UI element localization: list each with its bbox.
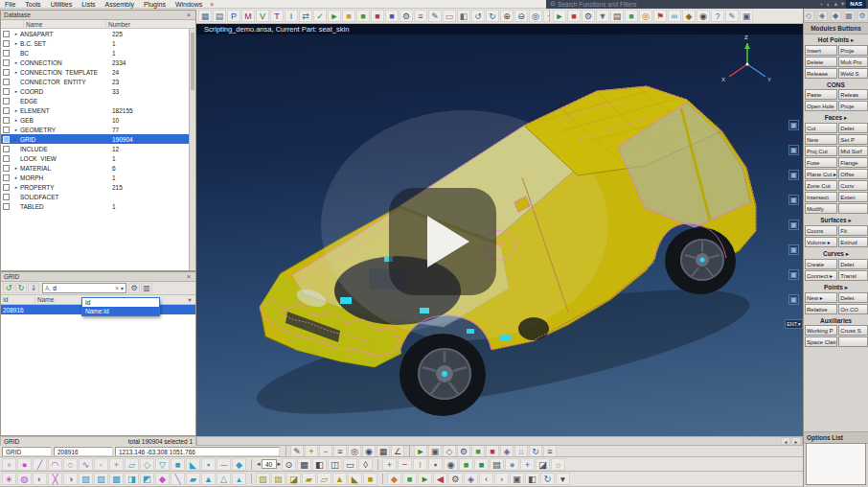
module-button[interactable]: Fuse xyxy=(805,157,837,168)
star-point-icon[interactable]: ∗ xyxy=(2,473,16,485)
pid-list-icon[interactable]: P xyxy=(227,10,240,22)
module-button[interactable]: Plane Cut ▸ xyxy=(805,169,837,179)
module-button[interactable]: Extrud xyxy=(838,237,868,247)
row-checkbox[interactable] xyxy=(3,184,10,191)
gem-icon[interactable]: ◈ xyxy=(464,473,478,485)
surface-icon[interactable]: ▱ xyxy=(125,458,139,471)
dropdown-icon[interactable]: ▾ xyxy=(556,473,570,485)
forward-icon[interactable]: ► xyxy=(418,473,432,485)
row-checkbox[interactable] xyxy=(3,174,10,181)
gear-icon[interactable]: ⚙ xyxy=(400,10,413,22)
target-icon[interactable]: ◎ xyxy=(348,446,361,457)
module-button[interactable]: Relative xyxy=(805,304,837,314)
play-icon[interactable]: ► xyxy=(414,446,427,457)
yellow-part-icon[interactable]: ■ xyxy=(342,10,355,22)
solid-yellow-icon[interactable]: ■ xyxy=(363,473,377,485)
MATERIAL[interactable]: ▸ MATERIAL 6 xyxy=(1,163,189,173)
funnel-icon[interactable]: ▼ xyxy=(596,10,609,22)
module-button[interactable]: Coons xyxy=(805,225,837,236)
LOCK_VIEW[interactable]: LOCK_VIEW 1 xyxy=(1,153,189,163)
remove-icon[interactable]: − xyxy=(319,446,332,457)
B.C. SET[interactable]: ▸ B.C. SET 1 xyxy=(1,38,189,48)
module-button[interactable]: Delet xyxy=(838,123,868,133)
module-button[interactable]: Paste xyxy=(805,89,837,100)
section-header-cons[interactable]: CONS xyxy=(804,80,868,89)
PROPERTY[interactable]: ▸ PROPERTY 215 xyxy=(1,182,189,192)
refresh-icon[interactable]: ↻ xyxy=(529,446,542,457)
add-icon[interactable]: + xyxy=(382,458,397,471)
frame-icon[interactable]: ▣ xyxy=(510,473,524,485)
module-button[interactable]: Release xyxy=(805,68,837,79)
camera-icon[interactable]: ◉ xyxy=(697,10,710,22)
TABLED[interactable]: TABLED 1 xyxy=(1,201,189,211)
GEB[interactable]: ▸ GEB 10 xyxy=(1,115,189,125)
section-header-hot-points[interactable]: Hot Points ▸ xyxy=(804,35,868,45)
module-button[interactable]: Cross S xyxy=(838,325,868,336)
hot-point-icon[interactable]: ● xyxy=(17,458,32,471)
CONNECTION[interactable]: ▸ CONNECTION 2334 xyxy=(1,58,189,67)
camera-icon[interactable]: ◉ xyxy=(444,458,458,471)
zoom-out-icon[interactable]: ⊖ xyxy=(514,10,528,22)
INCLUDE[interactable]: INCLUDE 12 xyxy=(1,144,189,153)
tri-fill-icon[interactable]: ▲ xyxy=(201,473,216,485)
checks-icon[interactable]: ✓ xyxy=(313,10,327,22)
module-button[interactable]: Exten xyxy=(838,192,868,202)
circle-icon[interactable]: ○ xyxy=(63,458,78,471)
half-square-icon[interactable]: ◧ xyxy=(525,473,539,485)
line-icon[interactable]: ╱ xyxy=(33,458,47,471)
hatch-icon[interactable]: ▧ xyxy=(79,473,93,485)
module-button[interactable]: Offse xyxy=(838,169,868,179)
row-checkbox[interactable] xyxy=(3,146,10,152)
module-button[interactable]: Space Claim xyxy=(805,336,837,347)
expand-arrow-icon[interactable]: ▸ xyxy=(12,127,20,132)
tag-icon[interactable]: ◆ xyxy=(682,10,696,22)
script-icon[interactable]: ≡ xyxy=(414,10,427,22)
mass-icon[interactable]: ◆ xyxy=(232,458,246,471)
video-play-button[interactable] xyxy=(389,188,496,295)
wand-icon[interactable]: ✎ xyxy=(725,10,739,22)
expand-arrow-icon[interactable]: ▸ xyxy=(12,184,20,190)
entity-cube-icon[interactable]: ▣ xyxy=(788,145,799,155)
expand-arrow-icon[interactable]: ▸ xyxy=(12,59,20,65)
green-part-icon[interactable]: ■ xyxy=(356,10,370,22)
tid-list-icon[interactable]: T xyxy=(270,10,284,22)
module-button[interactable]: Delet xyxy=(838,292,868,303)
BC[interactable]: BC 1 xyxy=(1,48,189,58)
row-checkbox[interactable] xyxy=(3,31,10,37)
COORD[interactable]: ▸ COORD 33 xyxy=(1,86,189,96)
hatch2-icon[interactable]: ▨ xyxy=(94,473,108,485)
dropdown-option[interactable]: Id xyxy=(82,298,159,307)
grid-search-input[interactable] xyxy=(53,285,91,291)
red-cube-icon[interactable]: ■ xyxy=(486,446,499,457)
CONNECTOR_ENTITY[interactable]: CONNECTOR_ENTITY 23 xyxy=(1,77,189,86)
module-button[interactable]: New xyxy=(805,134,837,145)
fit-view-icon[interactable]: ◎ xyxy=(529,10,542,22)
axis-icon[interactable]: + xyxy=(520,458,535,471)
database-window-icon[interactable]: ▦ xyxy=(198,10,212,22)
diamond-icon[interactable]: ◇ xyxy=(443,446,456,457)
menu-item[interactable]: Tools xyxy=(20,0,45,9)
grid-module-icon[interactable]: ▦ xyxy=(844,11,855,21)
diag-line-icon[interactable]: ╲ xyxy=(171,473,185,485)
half-disc-icon[interactable]: ◐ xyxy=(33,473,47,485)
mesh-fill-icon[interactable]: ▩ xyxy=(109,473,124,485)
sphere-icon[interactable]: ● xyxy=(505,458,519,471)
section-header-points[interactable]: Points ▸ xyxy=(804,282,868,292)
module-button[interactable]: Delete xyxy=(805,57,837,67)
row-checkbox[interactable] xyxy=(3,194,10,200)
scroll-right-icon[interactable]: ▸ xyxy=(791,437,801,445)
scrollbar[interactable] xyxy=(189,29,195,270)
menu-icon[interactable]: ≡ xyxy=(543,446,557,457)
blue-deck-icon[interactable]: ■ xyxy=(385,10,399,22)
module-button[interactable]: Volume ▸ xyxy=(805,237,837,247)
zoom-in-icon[interactable]: ⊕ xyxy=(500,10,514,22)
close-icon[interactable]: × xyxy=(185,12,193,18)
row-checkbox[interactable] xyxy=(3,136,10,143)
export-icon[interactable]: ⇓ xyxy=(28,283,39,293)
entity-cube-icon[interactable]: ▣ xyxy=(788,195,799,205)
red-deck-icon[interactable]: ■ xyxy=(371,10,384,22)
GRID[interactable]: ▸ GRID 190904 xyxy=(1,134,189,144)
outline-icon[interactable]: ▭ xyxy=(343,458,357,471)
column-header-number[interactable]: Number xyxy=(106,21,195,28)
ANSAPART[interactable]: ▸ ANSAPART 225 xyxy=(1,29,189,38)
